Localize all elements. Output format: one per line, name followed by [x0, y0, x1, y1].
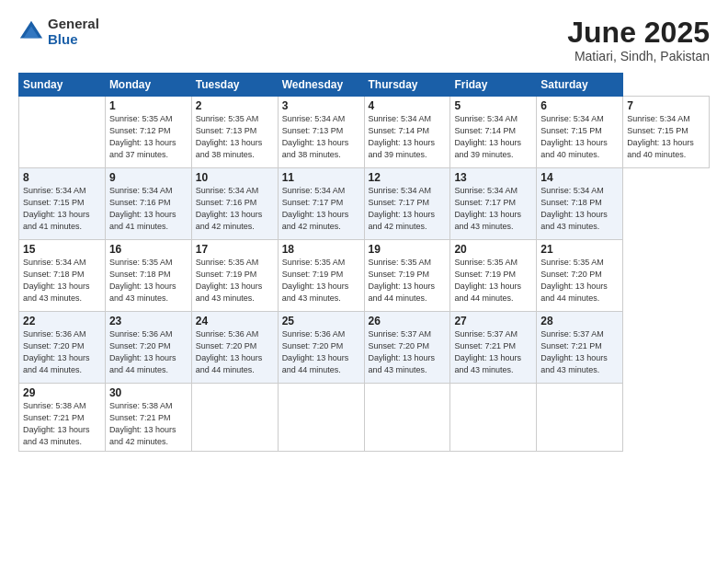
day-cell-14: 14Sunrise: 5:34 AM Sunset: 7:18 PM Dayli… — [537, 168, 623, 240]
day-info: Sunrise: 5:35 AM Sunset: 7:13 PM Dayligh… — [196, 113, 274, 161]
header: General Blue June 2025 Matiari, Sindh, P… — [18, 17, 710, 63]
day-number: 14 — [540, 171, 619, 184]
day-cell-15: 15Sunrise: 5:34 AM Sunset: 7:18 PM Dayli… — [19, 240, 106, 312]
day-cell-6: 6Sunrise: 5:34 AM Sunset: 7:15 PM Daylig… — [537, 97, 623, 168]
day-info: Sunrise: 5:38 AM Sunset: 7:21 PM Dayligh… — [23, 400, 101, 448]
day-info: Sunrise: 5:34 AM Sunset: 7:13 PM Dayligh… — [282, 113, 360, 161]
day-number: 21 — [540, 243, 619, 256]
logo-general: General — [48, 17, 99, 32]
week-row-3: 15Sunrise: 5:34 AM Sunset: 7:18 PM Dayli… — [19, 240, 710, 312]
day-info: Sunrise: 5:34 AM Sunset: 7:17 PM Dayligh… — [454, 185, 532, 233]
empty-cell — [537, 384, 623, 452]
day-cell-26: 26Sunrise: 5:37 AM Sunset: 7:20 PM Dayli… — [364, 312, 450, 384]
week-row-5: 29Sunrise: 5:38 AM Sunset: 7:21 PM Dayli… — [19, 384, 710, 452]
day-info: Sunrise: 5:35 AM Sunset: 7:19 PM Dayligh… — [196, 257, 274, 304]
day-cell-21: 21Sunrise: 5:35 AM Sunset: 7:20 PM Dayli… — [537, 240, 623, 312]
day-number: 7 — [627, 99, 705, 112]
week-row-2: 8Sunrise: 5:34 AM Sunset: 7:15 PM Daylig… — [19, 168, 710, 240]
day-info: Sunrise: 5:36 AM Sunset: 7:20 PM Dayligh… — [23, 328, 101, 376]
day-info: Sunrise: 5:37 AM Sunset: 7:20 PM Dayligh… — [369, 328, 447, 376]
col-header-wednesday: Wednesday — [278, 74, 364, 97]
week-row-1: 1Sunrise: 5:35 AM Sunset: 7:12 PM Daylig… — [19, 97, 710, 168]
day-info: Sunrise: 5:37 AM Sunset: 7:21 PM Dayligh… — [454, 328, 532, 376]
day-number: 2 — [196, 99, 274, 112]
day-cell-25: 25Sunrise: 5:36 AM Sunset: 7:20 PM Dayli… — [278, 312, 364, 384]
day-info: Sunrise: 5:34 AM Sunset: 7:18 PM Dayligh… — [540, 185, 619, 233]
day-info: Sunrise: 5:34 AM Sunset: 7:14 PM Dayligh… — [454, 113, 532, 161]
day-info: Sunrise: 5:34 AM Sunset: 7:15 PM Dayligh… — [627, 113, 705, 161]
day-info: Sunrise: 5:35 AM Sunset: 7:19 PM Dayligh… — [282, 257, 360, 304]
day-cell-4: 4Sunrise: 5:34 AM Sunset: 7:14 PM Daylig… — [364, 97, 450, 168]
day-info: Sunrise: 5:34 AM Sunset: 7:14 PM Dayligh… — [369, 113, 447, 161]
day-info: Sunrise: 5:34 AM Sunset: 7:15 PM Dayligh… — [540, 113, 619, 161]
calendar-title: June 2025 — [567, 17, 710, 49]
logo-text: General Blue — [48, 17, 99, 47]
day-info: Sunrise: 5:36 AM Sunset: 7:20 PM Dayligh… — [109, 328, 188, 376]
col-header-saturday: Saturday — [537, 74, 623, 97]
page: General Blue June 2025 Matiari, Sindh, P… — [0, 0, 728, 563]
day-cell-24: 24Sunrise: 5:36 AM Sunset: 7:20 PM Dayli… — [191, 312, 278, 384]
day-info: Sunrise: 5:34 AM Sunset: 7:16 PM Dayligh… — [196, 185, 274, 233]
day-cell-12: 12Sunrise: 5:34 AM Sunset: 7:17 PM Dayli… — [364, 168, 450, 240]
header-row: SundayMondayTuesdayWednesdayThursdayFrid… — [19, 74, 710, 97]
day-cell-13: 13Sunrise: 5:34 AM Sunset: 7:17 PM Dayli… — [450, 168, 537, 240]
col-header-sunday: Sunday — [19, 74, 106, 97]
title-block: June 2025 Matiari, Sindh, Pakistan — [567, 17, 710, 63]
day-cell-3: 3Sunrise: 5:34 AM Sunset: 7:13 PM Daylig… — [278, 97, 364, 168]
day-cell-27: 27Sunrise: 5:37 AM Sunset: 7:21 PM Dayli… — [450, 312, 537, 384]
day-info: Sunrise: 5:34 AM Sunset: 7:17 PM Dayligh… — [369, 185, 447, 233]
day-number: 4 — [369, 99, 447, 112]
day-info: Sunrise: 5:35 AM Sunset: 7:18 PM Dayligh… — [109, 257, 188, 304]
day-info: Sunrise: 5:34 AM Sunset: 7:17 PM Dayligh… — [282, 185, 360, 233]
day-number: 6 — [540, 99, 619, 112]
day-cell-16: 16Sunrise: 5:35 AM Sunset: 7:18 PM Dayli… — [105, 240, 191, 312]
day-cell-11: 11Sunrise: 5:34 AM Sunset: 7:17 PM Dayli… — [278, 168, 364, 240]
calendar-subtitle: Matiari, Sindh, Pakistan — [567, 49, 710, 63]
empty-cell — [450, 384, 537, 452]
day-cell-18: 18Sunrise: 5:35 AM Sunset: 7:19 PM Dayli… — [278, 240, 364, 312]
day-number: 8 — [23, 171, 101, 184]
day-number: 18 — [282, 243, 360, 256]
day-number: 19 — [369, 243, 447, 256]
day-cell-20: 20Sunrise: 5:35 AM Sunset: 7:19 PM Dayli… — [450, 240, 537, 312]
day-cell-28: 28Sunrise: 5:37 AM Sunset: 7:21 PM Dayli… — [537, 312, 623, 384]
day-info: Sunrise: 5:37 AM Sunset: 7:21 PM Dayligh… — [540, 328, 619, 376]
day-cell-7: 7Sunrise: 5:34 AM Sunset: 7:15 PM Daylig… — [623, 97, 710, 168]
day-number: 28 — [540, 315, 619, 327]
day-cell-9: 9Sunrise: 5:34 AM Sunset: 7:16 PM Daylig… — [105, 168, 191, 240]
day-number: 9 — [109, 171, 188, 184]
day-number: 3 — [282, 99, 360, 112]
day-info: Sunrise: 5:35 AM Sunset: 7:20 PM Dayligh… — [540, 257, 619, 304]
day-number: 1 — [109, 99, 188, 112]
day-cell-1: 1Sunrise: 5:35 AM Sunset: 7:12 PM Daylig… — [105, 97, 191, 168]
day-cell-19: 19Sunrise: 5:35 AM Sunset: 7:19 PM Dayli… — [364, 240, 450, 312]
day-number: 22 — [23, 315, 101, 327]
day-info: Sunrise: 5:36 AM Sunset: 7:20 PM Dayligh… — [282, 328, 360, 376]
week-row-4: 22Sunrise: 5:36 AM Sunset: 7:20 PM Dayli… — [19, 312, 710, 384]
col-header-monday: Monday — [105, 74, 191, 97]
empty-cell — [191, 384, 278, 452]
day-cell-2: 2Sunrise: 5:35 AM Sunset: 7:13 PM Daylig… — [191, 97, 278, 168]
day-cell-23: 23Sunrise: 5:36 AM Sunset: 7:20 PM Dayli… — [105, 312, 191, 384]
day-number: 16 — [109, 243, 188, 256]
day-number: 24 — [196, 315, 274, 327]
day-cell-8: 8Sunrise: 5:34 AM Sunset: 7:15 PM Daylig… — [19, 168, 106, 240]
day-number: 12 — [369, 171, 447, 184]
day-number: 10 — [196, 171, 274, 184]
day-info: Sunrise: 5:35 AM Sunset: 7:19 PM Dayligh… — [369, 257, 447, 304]
day-info: Sunrise: 5:35 AM Sunset: 7:19 PM Dayligh… — [454, 257, 532, 304]
day-number: 5 — [454, 99, 532, 112]
day-number: 27 — [454, 315, 532, 327]
day-number: 15 — [23, 243, 101, 256]
col-header-thursday: Thursday — [364, 74, 450, 97]
day-info: Sunrise: 5:35 AM Sunset: 7:12 PM Dayligh… — [109, 113, 188, 161]
day-number: 17 — [196, 243, 274, 256]
empty-cell — [19, 97, 106, 168]
day-info: Sunrise: 5:36 AM Sunset: 7:20 PM Dayligh… — [196, 328, 274, 376]
day-number: 29 — [23, 386, 101, 399]
day-number: 30 — [109, 386, 188, 399]
day-info: Sunrise: 5:38 AM Sunset: 7:21 PM Dayligh… — [109, 400, 188, 448]
logo: General Blue — [18, 17, 99, 47]
calendar-table: SundayMondayTuesdayWednesdayThursdayFrid… — [18, 73, 710, 452]
day-number: 26 — [369, 315, 447, 327]
